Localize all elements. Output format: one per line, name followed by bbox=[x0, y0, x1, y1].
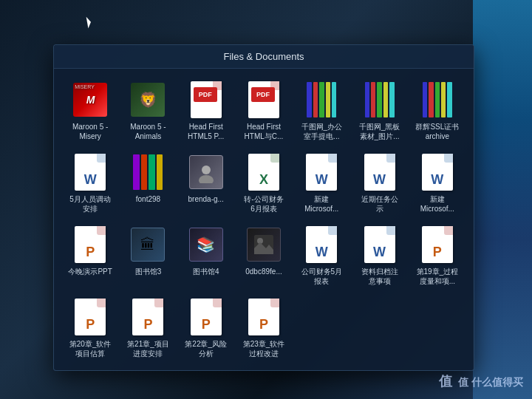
file-item-library3[interactable]: 🏛图书馆3 bbox=[120, 222, 175, 289]
svg-point-1 bbox=[199, 175, 214, 183]
file-icon-maroon-animals: 🦁 bbox=[129, 81, 167, 119]
file-icon-archive-notes bbox=[361, 225, 399, 264]
file-item-head-first-htmlc[interactable]: PDFHead First HTML与C... bbox=[236, 78, 291, 144]
file-label-may-staff: 5月人员调动 安排 bbox=[69, 194, 111, 214]
file-icon-may-staff bbox=[71, 153, 109, 191]
file-label-font298: font298 bbox=[136, 194, 160, 204]
file-icon-financial-report bbox=[245, 153, 283, 191]
file-item-financial-report[interactable]: 转-公司财务 6月报表 bbox=[236, 150, 291, 216]
file-icon-new-microsoft2 bbox=[418, 153, 457, 191]
file-item-archive-notes[interactable]: 资料归档注 意事项 bbox=[352, 222, 406, 289]
file-icon-brenda-g bbox=[187, 153, 225, 191]
file-label-archive-notes: 资料归档注 意事项 bbox=[361, 267, 398, 286]
file-label-chapter19: 第19章_过程 度量和项... bbox=[417, 267, 459, 286]
file-icon-maroon-misery: MMISERY bbox=[71, 81, 109, 119]
file-grid: MMISERYMaroon 5 - Misery🦁Maroon 5 - Anim… bbox=[54, 69, 474, 370]
file-icon-qiantu-office bbox=[302, 81, 341, 119]
file-label-new-microsoft2: 新建 Microsof... bbox=[420, 194, 454, 214]
file-item-new-microsoft1[interactable]: 新建 Microsof... bbox=[294, 150, 349, 216]
file-icon-0dbc89fe bbox=[245, 225, 283, 264]
desktop-accent bbox=[473, 0, 532, 399]
file-icon-chapter20 bbox=[71, 298, 109, 336]
file-icon-chapter22 bbox=[187, 298, 225, 336]
file-item-head-first-html5[interactable]: PDFHead First HTML5 P... bbox=[179, 78, 233, 144]
file-item-qiantu-black[interactable]: 千图网_黑板 素材_图片... bbox=[352, 78, 406, 144]
file-label-qiantu-office: 千图网_办公 室手提电... bbox=[301, 122, 343, 141]
file-icon-chapter19 bbox=[418, 225, 457, 264]
file-label-maroon-misery: Maroon 5 - Misery bbox=[72, 122, 108, 141]
file-item-new-microsoft2[interactable]: 新建 Microsof... bbox=[410, 150, 465, 216]
file-icon-library4: 📚 bbox=[187, 225, 225, 264]
file-item-chapter21[interactable]: 第21章_项目 进度安排 bbox=[120, 295, 175, 361]
file-item-library4[interactable]: 📚图书馆4 bbox=[179, 222, 233, 289]
svg-point-0 bbox=[202, 166, 211, 174]
file-label-chapter22: 第22章_风险 分析 bbox=[185, 339, 227, 358]
file-label-0dbc89fe: 0dbc89fe... bbox=[245, 267, 282, 276]
file-label-recent-tasks: 近期任务公 示 bbox=[361, 194, 398, 214]
file-item-qiantu-office[interactable]: 千图网_办公 室手提电... bbox=[294, 78, 349, 144]
file-item-0dbc89fe[interactable]: 0dbc89fe... bbox=[236, 222, 291, 289]
file-item-chapter20[interactable]: 第20章_软件 项目估算 bbox=[63, 295, 117, 361]
files-window: Files & Documents MMISERYMaroon 5 - Mise… bbox=[53, 44, 474, 371]
file-item-financial-may[interactable]: 公司财务5月 报表 bbox=[294, 222, 349, 289]
file-label-head-first-htmlc: Head First HTML与C... bbox=[245, 122, 284, 141]
file-label-ppt-tonight: 今晚演示PPT bbox=[68, 267, 112, 276]
file-icon-library3: 🏛 bbox=[129, 225, 167, 264]
file-label-chapter23: 第23章_软件 过程改进 bbox=[243, 339, 285, 358]
file-icon-head-first-html5: PDF bbox=[187, 81, 225, 119]
file-icon-chapter21 bbox=[129, 298, 167, 336]
file-label-maroon-animals: Maroon 5 - Animals bbox=[130, 122, 166, 141]
file-icon-chapter23 bbox=[245, 298, 283, 336]
file-label-ssl-archive: 群辉SSL证书 archive bbox=[415, 122, 459, 141]
file-icon-font298 bbox=[129, 153, 167, 191]
file-icon-head-first-htmlc: PDF bbox=[245, 81, 283, 119]
file-item-chapter19[interactable]: 第19章_过程 度量和项... bbox=[410, 222, 465, 289]
file-icon-ssl-archive bbox=[418, 81, 457, 119]
file-item-recent-tasks[interactable]: 近期任务公 示 bbox=[352, 150, 406, 216]
file-item-maroon-animals[interactable]: 🦁Maroon 5 - Animals bbox=[120, 78, 175, 144]
file-label-financial-report: 转-公司财务 6月报表 bbox=[244, 194, 283, 214]
file-icon-qiantu-black bbox=[361, 81, 399, 119]
watermark: 值 值 什么值得买 bbox=[439, 372, 523, 390]
file-label-new-microsoft1: 新建 Microsof... bbox=[304, 194, 338, 214]
file-label-head-first-html5: Head First HTML5 P... bbox=[188, 122, 224, 141]
file-icon-ppt-tonight bbox=[71, 225, 109, 264]
file-item-chapter22[interactable]: 第22章_风险 分析 bbox=[179, 295, 233, 361]
file-item-brenda-g[interactable]: brenda-g... bbox=[179, 150, 233, 216]
file-icon-new-microsoft1 bbox=[302, 153, 341, 191]
file-item-may-staff[interactable]: 5月人员调动 安排 bbox=[63, 150, 117, 216]
file-icon-recent-tasks bbox=[361, 153, 399, 191]
file-item-maroon-misery[interactable]: MMISERYMaroon 5 - Misery bbox=[63, 78, 117, 144]
file-label-brenda-g: brenda-g... bbox=[188, 194, 224, 204]
file-label-chapter20: 第20章_软件 项目估算 bbox=[69, 339, 112, 358]
file-item-chapter23[interactable]: 第23章_软件 过程改进 bbox=[236, 295, 291, 361]
file-label-financial-may: 公司财务5月 报表 bbox=[301, 267, 343, 286]
file-item-ssl-archive[interactable]: 群辉SSL证书 archive bbox=[410, 78, 465, 144]
file-item-font298[interactable]: font298 bbox=[120, 150, 175, 216]
file-icon-financial-may bbox=[302, 225, 341, 264]
window-title: Files & Documents bbox=[54, 45, 474, 69]
file-label-library3: 图书馆3 bbox=[135, 267, 162, 276]
file-label-qiantu-black: 千图网_黑板 素材_图片... bbox=[359, 122, 400, 141]
file-label-chapter21: 第21章_项目 进度安排 bbox=[127, 339, 169, 358]
file-label-library4: 图书馆4 bbox=[193, 267, 219, 276]
file-item-ppt-tonight[interactable]: 今晚演示PPT bbox=[63, 222, 117, 289]
